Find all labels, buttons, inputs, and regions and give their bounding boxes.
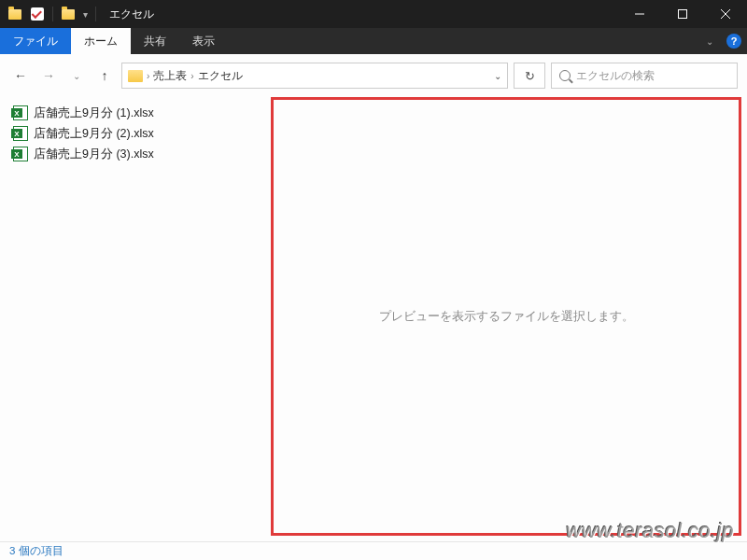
tab-home[interactable]: ホーム: [71, 28, 131, 54]
content-area: ← → ⌄ ↑ › 売上表 › エクセル ⌄ ↻ エクセルの検索 店舗売上9月分…: [0, 54, 747, 560]
navigation-row: ← → ⌄ ↑ › 売上表 › エクセル ⌄ ↻ エクセルの検索: [0, 54, 747, 97]
window-controls: [618, 0, 747, 28]
tab-share[interactable]: 共有: [131, 28, 179, 54]
status-bar: 3 個の項目: [0, 541, 747, 560]
preview-empty-message: プレビューを表示するファイルを選択します。: [379, 309, 634, 325]
excel-file-icon: [13, 126, 28, 141]
refresh-button[interactable]: ↻: [514, 63, 545, 89]
help-button[interactable]: ?: [721, 28, 747, 54]
refresh-icon: ↻: [525, 69, 535, 83]
chevron-right-icon: ›: [190, 71, 193, 81]
file-name: 店舗売上9月分 (2).xlsx: [34, 126, 154, 142]
folder-icon[interactable]: [61, 7, 76, 21]
quick-access-toolbar: ▾ エクセル: [0, 7, 162, 22]
title-bar: ▾ エクセル: [0, 0, 747, 28]
file-list: 店舗売上9月分 (1).xlsx 店舗売上9月分 (2).xlsx 店舗売上9月…: [0, 97, 271, 541]
folder-icon[interactable]: [7, 7, 22, 21]
file-name: 店舗売上9月分 (1).xlsx: [34, 105, 154, 121]
maximize-button[interactable]: [661, 0, 704, 28]
ribbon-tabs: ファイル ホーム 共有 表示 ⌄ ?: [0, 28, 747, 54]
file-tab[interactable]: ファイル: [0, 28, 71, 54]
search-icon: [559, 70, 571, 81]
tab-view[interactable]: 表示: [179, 28, 228, 54]
excel-file-icon: [13, 105, 28, 120]
breadcrumb-segment[interactable]: 売上表: [153, 68, 187, 84]
item-count: 3 個の項目: [9, 544, 63, 558]
address-dropdown-icon[interactable]: ⌄: [494, 71, 501, 81]
file-name: 店舗売上9月分 (3).xlsx: [34, 147, 154, 162]
excel-file-icon: [13, 147, 28, 161]
file-item[interactable]: 店舗売上9月分 (2).xlsx: [9, 123, 261, 144]
svg-rect-1: [679, 10, 687, 19]
separator: [95, 7, 96, 21]
breadcrumb-segment[interactable]: エクセル: [198, 68, 243, 84]
up-button[interactable]: ↑: [93, 64, 116, 87]
forward-button[interactable]: →: [37, 64, 60, 87]
split-view: 店舗売上9月分 (1).xlsx 店舗売上9月分 (2).xlsx 店舗売上9月…: [0, 97, 747, 541]
preview-pane: プレビューを表示するファイルを選択します。: [271, 97, 741, 536]
window-title: エクセル: [109, 7, 154, 22]
separator: [52, 7, 53, 21]
file-item[interactable]: 店舗売上9月分 (3).xlsx: [9, 144, 261, 164]
file-item[interactable]: 店舗売上9月分 (1).xlsx: [9, 103, 261, 123]
back-button[interactable]: ←: [9, 64, 32, 87]
chevron-right-icon: ›: [147, 71, 149, 81]
ribbon-collapse-icon[interactable]: ⌄: [698, 28, 721, 54]
chevron-down-icon[interactable]: ▾: [83, 9, 88, 20]
recent-dropdown-icon[interactable]: ⌄: [65, 64, 88, 87]
minimize-button[interactable]: [618, 0, 661, 28]
search-box[interactable]: エクセルの検索: [551, 63, 738, 89]
checkbox-icon[interactable]: [30, 7, 45, 21]
address-bar[interactable]: › 売上表 › エクセル ⌄: [121, 63, 508, 89]
search-placeholder: エクセルの検索: [576, 68, 655, 84]
folder-icon: [128, 70, 143, 82]
close-button[interactable]: [704, 0, 747, 28]
